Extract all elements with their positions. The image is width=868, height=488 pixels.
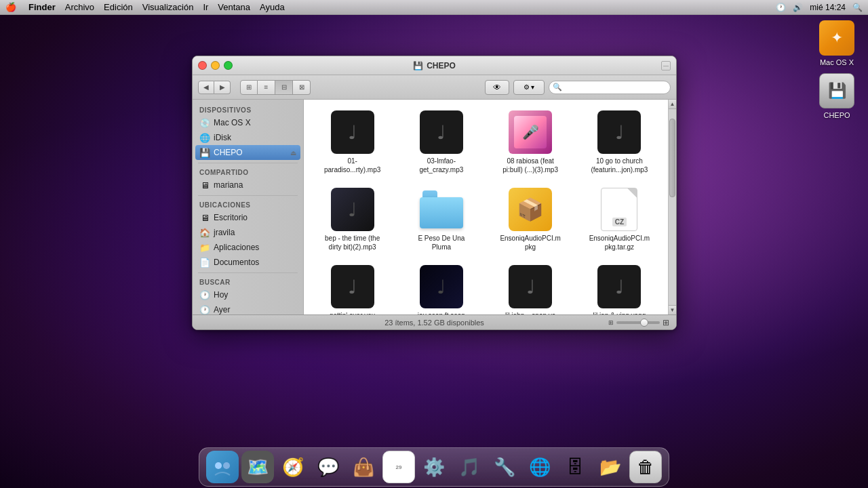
file-name-06: E Peso De Una Pluma xyxy=(411,234,472,251)
slider-thumb[interactable] xyxy=(640,319,648,327)
column-view-button[interactable]: ⊟ xyxy=(275,80,293,95)
file-item-08[interactable]: CZ EnsoniqAudioPCI.m pkg.tar.gz xyxy=(578,184,661,256)
file-item-12[interactable]: ♩ lil jon & ying yang twins – ...opy.mp3 xyxy=(578,261,661,314)
escritorio-label: Escritorio xyxy=(214,213,248,222)
sidebar-section-dispositivos: DISPOSITIVOS xyxy=(193,104,303,115)
macosx-label: Mac OS X xyxy=(214,118,251,127)
scroll-up-button[interactable]: ▲ xyxy=(669,100,676,109)
sidebar-item-ayer[interactable]: 🕐 Ayer xyxy=(193,302,303,314)
view-buttons: ⊞ ≡ ⊟ ⊠ xyxy=(240,80,311,95)
file-thumb-01: ♩ xyxy=(331,110,374,154)
file-item-11[interactable]: ♩ lil john – snap yo fingers.mp3 xyxy=(489,261,572,314)
file-thumb-10: ♩ xyxy=(420,265,463,308)
titlebar: 💾 CHEPO — xyxy=(193,56,676,75)
gz-icon-08: CZ xyxy=(601,188,637,231)
music-note-icon-04: ♩ xyxy=(597,110,641,154)
title-disk-icon: 💾 xyxy=(413,61,423,70)
file-name-04: 10 go to church (featurin...jon).mp3 xyxy=(589,157,650,174)
dock-item-globe[interactable]: 🗺️ xyxy=(241,451,274,483)
maximize-button[interactable] xyxy=(224,61,233,70)
sidebar-item-hoy[interactable]: 🕐 Hoy xyxy=(193,287,303,302)
visualizacion-menu[interactable]: Visualización xyxy=(142,2,194,12)
idisk-label: iDisk xyxy=(214,133,231,142)
dock-item-server[interactable]: 🗄 xyxy=(559,451,591,483)
sidebar-item-aplicaciones[interactable]: 📁 Aplicaciones xyxy=(193,240,303,255)
search-input[interactable] xyxy=(549,81,671,94)
sidebar-item-chepo[interactable]: 💾 CHEPO ⏏ xyxy=(195,145,300,160)
list-view-button[interactable]: ≡ xyxy=(258,80,275,95)
file-item-01[interactable]: ♩ 01-paradiso...rty).mp3 xyxy=(311,106,394,178)
toolbar: ◀ ▶ ⊞ ≡ ⊟ ⊠ 👁 ⚙ ▾ 🔍 xyxy=(193,75,676,100)
dock-item-utilities[interactable]: 🔧 xyxy=(488,451,521,483)
quicklook-button[interactable]: 👁 xyxy=(485,80,509,95)
macosx-drive-label: Mac OS X xyxy=(820,58,854,66)
dock: 🗺️ 🧭 💬 👜 29 ⚙️ 🎵 🔧 🌐 🗄 xyxy=(199,447,669,487)
dock-item-safari[interactable]: 🧭 xyxy=(277,451,309,483)
dock-item-bag[interactable]: 👜 xyxy=(347,451,380,483)
svg-point-1 xyxy=(223,462,230,469)
file-name-08: EnsoniqAudioPCI.m pkg.tar.gz xyxy=(589,234,650,251)
file-item-09[interactable]: ♩ gettin' over you (feat chr...fao).mp3 xyxy=(311,261,394,314)
sidebar-item-idisk[interactable]: 🌐 iDisk xyxy=(193,130,303,145)
dock-item-directory[interactable]: 📂 xyxy=(594,451,627,483)
finder-menu[interactable]: Finder xyxy=(28,2,56,12)
dock-item-trash[interactable]: 🗑 xyxy=(629,451,662,483)
scroll-down-button[interactable]: ▼ xyxy=(669,305,676,314)
dock-item-network[interactable]: 🌐 xyxy=(524,451,556,483)
minimize-button[interactable] xyxy=(211,61,220,70)
sidebar-item-macosx[interactable]: 💿 Mac OS X xyxy=(193,115,303,130)
music-note-icon-11: ♩ xyxy=(509,265,552,308)
scroll-thumb[interactable] xyxy=(669,119,675,197)
small-icon: ⊞ xyxy=(608,319,614,326)
dock-item-tools[interactable]: ⚙️ xyxy=(418,451,450,483)
file-item-10[interactable]: ♩ jay sean ft sean paul & li ...ter.mp3 xyxy=(399,261,483,314)
main-area: DISPOSITIVOS 💿 Mac OS X 🌐 iDisk 💾 CHEPO … xyxy=(193,100,676,314)
gz-label-08: CZ xyxy=(612,218,627,226)
apple-menu[interactable]: 🍎 xyxy=(5,2,16,12)
content-with-scrollbar: ♩ 01-paradiso...rty).mp3 ♩ 03-lmfao-get_… xyxy=(304,100,676,314)
archivo-menu[interactable]: Archivo xyxy=(65,2,94,12)
jravila-icon: 🏠 xyxy=(199,228,210,238)
slider-track[interactable] xyxy=(616,321,660,324)
ir-menu[interactable]: Ir xyxy=(203,2,208,12)
desktop-icon-macosx[interactable]: Mac OS X xyxy=(812,20,861,66)
file-item-03[interactable]: 🎤 08 rabiosa (feat pi:bull) (...)(3).mp3 xyxy=(489,106,572,178)
menubar-search-icon[interactable]: 🔍 xyxy=(852,3,863,12)
sidebar-item-documentos[interactable]: 📄 Documentos xyxy=(193,255,303,270)
file-name-03: 08 rabiosa (feat pi:bull) (...)(3).mp3 xyxy=(500,157,561,174)
sidebar-item-mariana[interactable]: 🖥 mariana xyxy=(193,178,303,192)
dock-item-chat[interactable]: 💬 xyxy=(312,451,344,483)
dock-item-calendar[interactable]: 29 xyxy=(382,451,415,483)
chepo-label: CHEPO xyxy=(214,148,243,157)
ventana-menu[interactable]: Ventana xyxy=(218,2,250,12)
chepo-icon-sidebar: 💾 xyxy=(199,148,210,158)
file-item-04[interactable]: ♩ 10 go to church (featurin...jon).mp3 xyxy=(578,106,661,178)
dock-item-finder[interactable] xyxy=(206,451,239,483)
collapse-button[interactable]: — xyxy=(661,61,671,70)
dock-item-itunes[interactable]: 🎵 xyxy=(453,451,486,483)
sidebar-item-escritorio[interactable]: 🖥 Escritorio xyxy=(193,210,303,225)
edicion-menu[interactable]: Edición xyxy=(104,2,133,12)
close-button[interactable] xyxy=(198,61,207,70)
window-title-text: CHEPO xyxy=(427,61,456,70)
music-note-icon-12: ♩ xyxy=(597,265,641,308)
back-button[interactable]: ◀ xyxy=(198,81,214,94)
file-item-06[interactable]: E Peso De Una Pluma xyxy=(399,184,483,256)
file-item-02[interactable]: ♩ 03-lmfao-get_crazy.mp3 xyxy=(399,106,483,178)
file-item-07[interactable]: 📦 EnsoniqAudioPCI.m pkg xyxy=(489,184,572,256)
ayuda-menu[interactable]: Ayuda xyxy=(260,2,285,12)
eject-button[interactable]: ⏏ xyxy=(290,149,296,157)
action-button[interactable]: ⚙ ▾ xyxy=(513,80,545,95)
menu-time: mié 14:24 xyxy=(810,3,846,12)
size-slider[interactable]: ⊞ ⊞ xyxy=(608,318,669,327)
forward-button[interactable]: ▶ xyxy=(214,81,231,94)
music-dark2-icon-10: ♩ xyxy=(420,265,463,308)
vertical-scrollbar[interactable]: ▲ ▼ xyxy=(668,100,676,314)
icon-view-button[interactable]: ⊞ xyxy=(240,80,258,95)
coverflow-view-button[interactable]: ⊠ xyxy=(293,80,311,95)
file-item-05[interactable]: ♩ bep - the time (the dirty bit)(2).mp3 xyxy=(311,184,394,256)
file-thumb-12: ♩ xyxy=(597,265,641,308)
macosx-drive-icon xyxy=(819,20,854,56)
sidebar-item-jravila[interactable]: 🏠 jravila xyxy=(193,225,303,240)
desktop-icon-chepo[interactable]: 💾 CHEPO xyxy=(812,73,861,119)
